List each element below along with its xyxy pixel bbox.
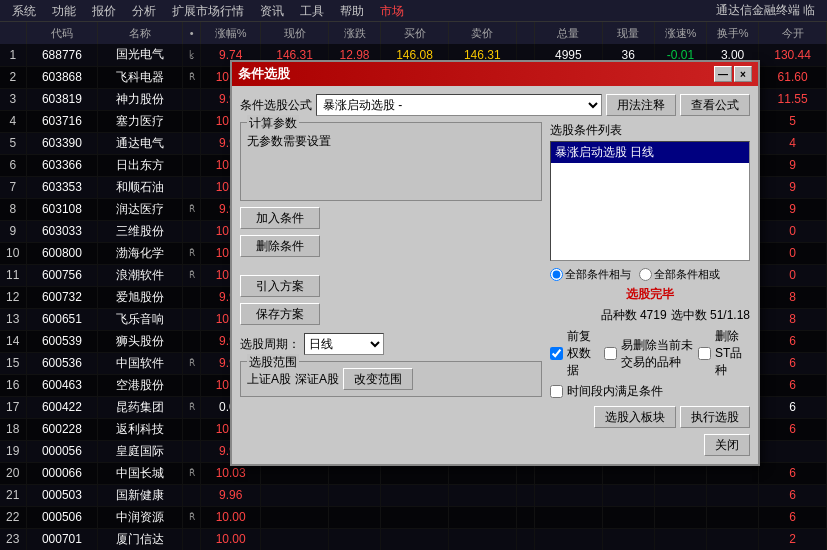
select-board-button[interactable]: 选股入板块 (594, 406, 676, 428)
conditions-listbox[interactable]: 暴涨启动选股 日线 (550, 141, 750, 261)
prev-data-row: 前复权数据 易删除当前未交易的品种 删除ST品种 (550, 328, 750, 379)
formula-select[interactable]: 暴涨启动选股 - (316, 94, 602, 116)
time-cond-checkbox[interactable] (550, 385, 563, 398)
import-plan-button[interactable]: 引入方案 (240, 275, 320, 297)
bottom-buttons: 选股入板块 执行选股 (550, 406, 750, 428)
scope-section-label: 选股范围 (247, 354, 299, 371)
scope-sz: 深证A股 (295, 371, 339, 388)
view-formula-button[interactable]: 查看公式 (680, 94, 750, 116)
params-text: 无参数需要设置 (247, 133, 535, 150)
prev-data-label: 前复权数据 (567, 328, 600, 379)
formula-row: 条件选股公式 暴涨启动选股 - 用法注释 查看公式 (240, 94, 750, 116)
prev-data-checkbox[interactable] (550, 347, 563, 360)
formula-label: 条件选股公式 (240, 97, 312, 114)
counts-row: 品种数 4719 选中数 51/1.18 (550, 307, 750, 324)
dialog-right: 选股条件列表 暴涨启动选股 日线 全部条件相与 全部条件相 (550, 122, 750, 456)
and-or-radios: 全部条件相与 全部条件相或 (550, 267, 750, 282)
selected-count: 选中数 51/1.18 (671, 307, 750, 324)
del-current-label: 易删除当前未交易的品种 (621, 337, 694, 371)
action-buttons: 加入条件 删除条件 (240, 207, 542, 257)
all-or-label: 全部条件相或 (654, 267, 720, 282)
period-label: 选股周期： (240, 336, 300, 353)
counts-section: 品种数 4719 选中数 51/1.18 (550, 307, 750, 324)
time-cond-row: 时间段内满足条件 (550, 383, 750, 400)
execute-button[interactable]: 执行选股 (680, 406, 750, 428)
dialog-titlebar: 条件选股 — × (232, 62, 758, 86)
product-count: 品种数 4719 (601, 307, 667, 324)
delete-condition-button[interactable]: 删除条件 (240, 235, 320, 257)
condition-item-1[interactable]: 暴涨启动选股 日线 (551, 142, 749, 163)
condition-dialog: 条件选股 — × 条件选股公式 暴涨启动选股 - 用法注释 查看公式 计算参 (230, 60, 760, 466)
dialog-controls: — × (714, 66, 752, 82)
dialog-overlay: 条件选股 — × 条件选股公式 暴涨启动选股 - 用法注释 查看公式 计算参 (0, 0, 827, 550)
all-and-label: 全部条件相与 (565, 267, 631, 282)
all-or-radio[interactable]: 全部条件相或 (639, 267, 720, 282)
radio-section: 全部条件相与 全部条件相或 选股完毕 (550, 267, 750, 303)
close-dialog-button[interactable]: 关闭 (704, 434, 750, 456)
del-st-label: 删除ST品种 (715, 328, 750, 379)
change-scope-button[interactable]: 改变范围 (343, 368, 413, 390)
dialog-minimize-button[interactable]: — (714, 66, 732, 82)
all-and-radio[interactable]: 全部条件相与 (550, 267, 631, 282)
scope-row: 上证A股 深证A股 改变范围 (247, 368, 535, 390)
conditions-section-label: 选股条件列表 (550, 122, 750, 139)
save-plan-button[interactable]: 保存方案 (240, 303, 320, 325)
del-current-checkbox[interactable] (604, 347, 617, 360)
dialog-left: 计算参数 无参数需要设置 加入条件 删除条件 引入方案 保存方案 (240, 122, 542, 456)
dialog-columns: 计算参数 无参数需要设置 加入条件 删除条件 引入方案 保存方案 (240, 122, 750, 456)
time-cond-label: 时间段内满足条件 (567, 383, 663, 400)
dialog-body: 条件选股公式 暴涨启动选股 - 用法注释 查看公式 计算参数 无参数需要设置 (232, 86, 758, 464)
all-or-radio-input[interactable] (639, 268, 652, 281)
del-st-checkbox[interactable] (698, 347, 711, 360)
params-section: 计算参数 无参数需要设置 (240, 122, 542, 201)
scope-a: 上证A股 (247, 371, 291, 388)
close-button-row: 关闭 (550, 434, 750, 456)
period-row: 选股周期： 日线 (240, 333, 542, 355)
finish-text: 选股完毕 (550, 286, 750, 303)
params-section-label: 计算参数 (247, 115, 299, 132)
params-content: 无参数需要设置 (247, 129, 535, 194)
scope-section: 选股范围 上证A股 深证A股 改变范围 (240, 361, 542, 397)
plan-buttons: 引入方案 保存方案 (240, 275, 542, 325)
help-button[interactable]: 用法注释 (606, 94, 676, 116)
all-and-radio-input[interactable] (550, 268, 563, 281)
period-select[interactable]: 日线 (304, 333, 384, 355)
dialog-close-button[interactable]: × (734, 66, 752, 82)
dialog-title: 条件选股 (238, 65, 714, 83)
add-condition-button[interactable]: 加入条件 (240, 207, 320, 229)
